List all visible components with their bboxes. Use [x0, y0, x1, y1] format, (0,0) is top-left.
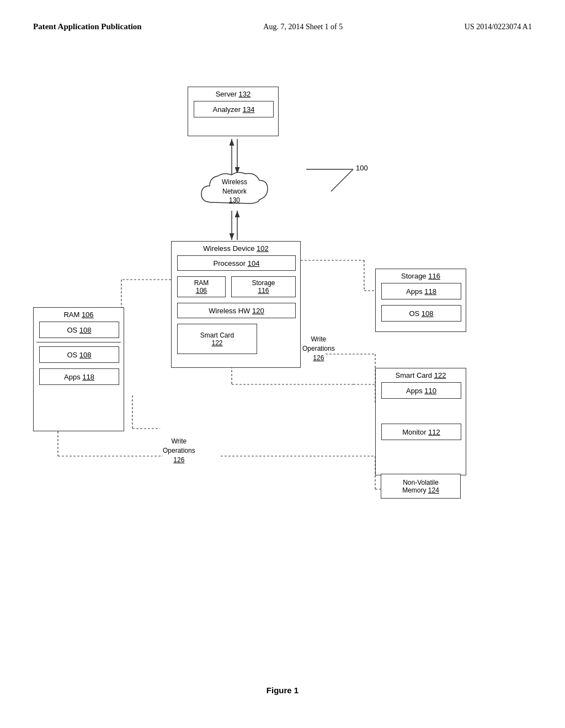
server-outer-box: Server 132 Analyzer 134 — [188, 87, 279, 136]
smart-card-outer-box: Smart Card 122 Apps 110 Monitor 112 — [375, 368, 466, 475]
apps118-storage-box: Apps 118 — [381, 283, 461, 299]
ram-outer-box: RAM 106 OS 108 OS 108 Apps 118 — [33, 307, 124, 431]
reference-100: 100 — [356, 164, 368, 172]
header-left: Patent Application Publication — [33, 22, 142, 31]
diagram-area: Server 132 Analyzer 134 100 WirelessNetw… — [0, 53, 565, 550]
processor-box: Processor 104 — [177, 255, 296, 271]
storage-inner-box: Storage116 — [231, 276, 296, 297]
nonvolatile-memory-box: Non-VolatileMemory 124 — [381, 474, 461, 499]
wireless-device-outer-box: Wireless Device 102 Processor 104 RAM106… — [171, 241, 301, 368]
figure-caption: Figure 1 — [0, 686, 565, 695]
storage-outer-box: Storage 116 Apps 118 OS 108 — [375, 269, 466, 332]
write-ops-bottom: WriteOperations126 — [163, 437, 195, 464]
svg-line-6 — [331, 169, 353, 191]
header-right: US 2014/0223074 A1 — [465, 23, 532, 31]
os108-storage-box: OS 108 — [381, 305, 461, 322]
apps110-box: Apps 110 — [381, 382, 461, 399]
wireless-network-cloud: WirelessNetwork130 — [196, 169, 273, 213]
os108-ram-box: OS 108 — [39, 322, 119, 338]
apps118-bottom-box: Apps 118 — [39, 368, 119, 385]
write-ops-right: WriteOperations126 — [302, 335, 335, 362]
header-center: Aug. 7, 2014 Sheet 1 of 5 — [263, 23, 343, 31]
monitor-box: Monitor 112 — [381, 424, 461, 440]
smart-card-inner-box: Smart Card122 — [177, 324, 257, 354]
ram-inner-box: RAM106 — [177, 276, 226, 297]
os108-bottom-box: OS 108 — [39, 346, 119, 363]
page-header: Patent Application Publication Aug. 7, 2… — [0, 0, 565, 42]
analyzer-box: Analyzer 134 — [194, 101, 274, 117]
wireless-hw-box: Wireless HW 120 — [177, 303, 296, 318]
